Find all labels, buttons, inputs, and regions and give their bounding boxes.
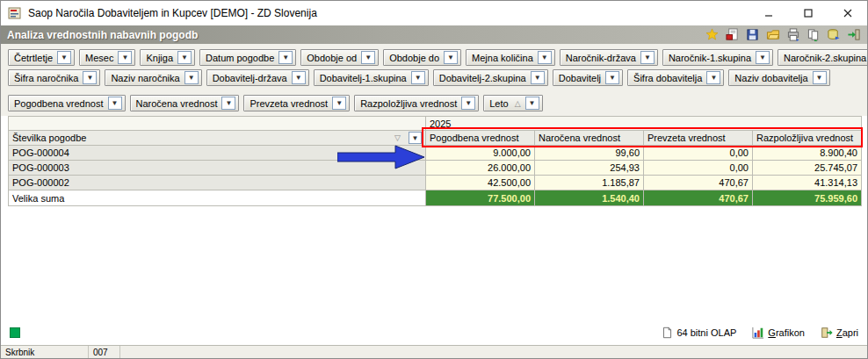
grand-total-label: Velika suma	[9, 190, 426, 206]
value-cell[interactable]: 25.745,07	[753, 161, 862, 176]
copy-icon[interactable]	[806, 28, 821, 42]
dropdown-icon[interactable]: ▼	[332, 97, 346, 110]
value-cell[interactable]: 8.900,40	[753, 146, 862, 161]
year-header-cell[interactable]: 2025	[426, 117, 862, 131]
dropdown-icon[interactable]: ▼	[292, 71, 306, 84]
year-header-row: 2025	[9, 117, 862, 131]
dropdown-icon[interactable]: ▼	[813, 71, 827, 84]
value-cell[interactable]: 1.185,87	[535, 176, 644, 190]
dropdown-icon[interactable]: ▼	[525, 97, 539, 110]
exit-icon[interactable]	[846, 28, 861, 42]
measure-narocena-vrednost[interactable]: Naročena vrednost▼	[130, 95, 240, 111]
form-header: Analiza vrednostnih nabavnih pogodb	[1, 25, 867, 44]
statusbar-spacer	[120, 346, 867, 358]
dropdown-icon[interactable]: ▼	[184, 71, 199, 84]
maximize-icon[interactable]	[788, 1, 828, 25]
row-label[interactable]: POG-000004	[9, 146, 426, 161]
pivot-field-dobavitelj[interactable]: Dobavitelj▼	[553, 69, 623, 86]
window-title: Saop Naročila Dobaviteljem in Kupcev [DE…	[28, 7, 317, 19]
measures-row: Pogodbena vrednost▼ Naročena vrednost▼ P…	[1, 95, 867, 111]
dropdown-icon[interactable]: ▼	[461, 97, 475, 110]
row-label[interactable]: POG-000003	[9, 161, 426, 176]
pivot-field-mesec[interactable]: Mesec▼	[79, 49, 135, 66]
dropdown-icon[interactable]: ▼	[221, 97, 235, 110]
statusbar-code: 007	[89, 346, 120, 358]
row-dimension-header[interactable]: Številka pogodbe ▽ ▼	[9, 131, 426, 146]
value-cell[interactable]: 470,67	[644, 176, 753, 190]
pivot-fields-row-2: Šifra naročnika▼ Naziv naročnika▼ Dobavi…	[1, 69, 867, 86]
app-icon	[8, 6, 22, 20]
page-title: Analiza vrednostnih nabavnih pogodb	[7, 29, 198, 41]
pivot-field-mejna-kolicina[interactable]: Mejna količina▼	[466, 49, 555, 66]
grafikon-button[interactable]: Grafikon	[752, 327, 805, 339]
close-icon[interactable]	[828, 1, 867, 25]
pivot-field-cetrtletje[interactable]: Četrtletje▼	[8, 49, 75, 66]
value-cell[interactable]: 9.000,00	[426, 146, 535, 161]
dropdown-icon[interactable]: ▼	[444, 51, 458, 64]
pivot-field-sifra-dobavitelja[interactable]: Šifra dobavitelja▼	[627, 69, 724, 86]
pivot-field-dobavitelj-1-skupina[interactable]: Dobavitelj-1.skupina▼	[314, 69, 429, 86]
status-bar: Skrbnik 007	[1, 345, 867, 358]
dropdown-icon[interactable]: ▼	[83, 71, 97, 84]
dropdown-icon[interactable]: ▼	[361, 51, 375, 64]
pivot-field-knjiga[interactable]: Knjiga▼	[140, 49, 195, 66]
row-label[interactable]: POG-000002	[9, 176, 426, 190]
filter-funnel-icon[interactable]: ▽	[394, 133, 401, 142]
dropdown-icon[interactable]: ▼	[706, 71, 720, 84]
column-header[interactable]: Naročena vrednost	[535, 131, 644, 146]
value-cell[interactable]: 26.000,00	[426, 161, 535, 176]
pivot-field-narocnik-1-skupina[interactable]: Naročnik-1.skupina▼	[662, 49, 773, 66]
value-cell[interactable]: 41.314,13	[753, 176, 862, 190]
pivot-field-dobavitelj-2-skupina[interactable]: Dobavitelj-2.skupina▼	[433, 69, 548, 86]
dropdown-icon[interactable]: ▼	[57, 51, 71, 64]
dropdown-icon[interactable]: ▼	[177, 51, 192, 64]
print-icon[interactable]	[785, 28, 800, 42]
footer-bar: 64 bitni OLAP Grafikon Zapri	[1, 322, 867, 343]
value-cell[interactable]: 0,00	[644, 146, 753, 161]
pivot-field-dobavitelj-drzava[interactable]: Dobavitelj-država▼	[206, 69, 309, 86]
value-cell[interactable]: 254,93	[535, 161, 644, 176]
minimize-icon[interactable]	[749, 1, 788, 25]
chart-icon	[752, 327, 764, 339]
column-header[interactable]: Pogodbena vrednost	[426, 131, 535, 146]
window-controls	[749, 1, 867, 25]
statusbar-user: Skrbnik	[1, 346, 89, 358]
report-icon[interactable]	[725, 28, 740, 42]
dropdown-icon[interactable]: ▼	[278, 51, 293, 64]
dropdown-icon[interactable]: ▼	[409, 132, 422, 144]
dropdown-icon[interactable]: ▼	[640, 51, 655, 64]
pivot-field-naziv-dobavitelja[interactable]: Naziv dobavitelja▼	[728, 69, 829, 86]
pivot-field-obdobje-od[interactable]: Obdobje od▼	[300, 49, 379, 66]
measure-razpolozljiva-vrednost[interactable]: Razpoložljiva vrednost▼	[354, 95, 479, 111]
value-cell[interactable]: 0,00	[644, 161, 753, 176]
dropdown-icon[interactable]: ▼	[605, 71, 619, 84]
sort-ascending-icon[interactable]: △	[515, 99, 521, 108]
pivot-fields-area: Četrtletje▼ Mesec▼ Knjiga▼ Datum pogodbe…	[1, 44, 867, 116]
dropdown-icon[interactable]: ▼	[538, 51, 552, 64]
pivot-field-naziv-narocnika[interactable]: Naziv naročnika▼	[105, 69, 201, 86]
zapri-button[interactable]: Zapri	[821, 327, 858, 339]
pivot-field-datum-pogodbe[interactable]: Datum pogodbe▼	[199, 49, 296, 66]
dropdown-icon[interactable]: ▼	[756, 51, 770, 64]
column-header[interactable]: Prevzeta vrednost	[644, 131, 753, 146]
pivot-field-narocnik-drzava[interactable]: Naročnik-država▼	[560, 49, 658, 66]
value-cell[interactable]: 99,60	[535, 146, 644, 161]
pivot-field-sifra-narocnika[interactable]: Šifra naročnika▼	[8, 69, 100, 86]
folder-icon[interactable]	[765, 28, 780, 42]
pivot-grid-area: 2025 Številka pogodbe ▽ ▼ Pogodbena vred…	[1, 116, 867, 345]
pivot-field-leto[interactable]: Leto△▼	[483, 95, 542, 111]
favorite-star-icon[interactable]	[705, 28, 720, 42]
measure-pogodbena-vrednost[interactable]: Pogodbena vrednost▼	[8, 95, 126, 111]
dropdown-icon[interactable]: ▼	[531, 71, 545, 84]
export-icon[interactable]	[826, 28, 841, 42]
measure-prevzeta-vrednost[interactable]: Prevzeta vrednost▼	[243, 95, 350, 111]
save-icon[interactable]	[745, 28, 760, 42]
dropdown-icon[interactable]: ▼	[108, 97, 122, 110]
dropdown-icon[interactable]: ▼	[411, 71, 425, 84]
column-header[interactable]: Razpoložljiva vrednost	[753, 131, 862, 146]
value-cell[interactable]: 42.500,00	[426, 176, 535, 190]
dropdown-icon[interactable]: ▼	[118, 51, 132, 64]
pivot-field-obdobje-do[interactable]: Obdobje do▼	[383, 49, 461, 66]
table-row: POG-000003 26.000,00 254,93 0,00 25.745,…	[9, 161, 862, 176]
pivot-field-narocnik-2-skupina[interactable]: Naročnik-2.skupina▼	[778, 49, 868, 66]
